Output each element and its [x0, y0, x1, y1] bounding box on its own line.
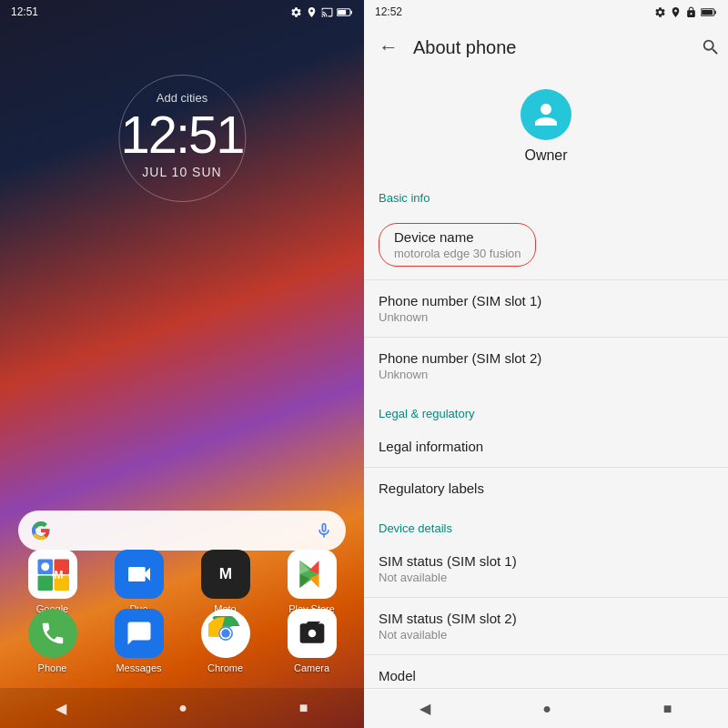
right-status-icons: [654, 6, 717, 18]
playstore-app-icon: [288, 550, 337, 599]
dock-camera[interactable]: Camera: [272, 609, 351, 673]
cast-icon: [321, 6, 333, 18]
svg-rect-16: [714, 10, 716, 14]
owner-label: Owner: [524, 147, 567, 164]
phone-app-icon: [28, 609, 77, 658]
owner-avatar: [521, 89, 571, 140]
battery-icon-right: [701, 6, 717, 18]
camera-app-icon: [288, 609, 337, 658]
left-phone: 12:51 Add cities 12:51 JU: [0, 0, 364, 728]
dock-messages[interactable]: Messages: [99, 609, 178, 673]
device-name-value: motorola edge 30 fusion: [394, 247, 521, 260]
clock-date: JUL 10 SUN: [120, 165, 243, 179]
page-title: About phone: [406, 37, 701, 58]
legal-header: Legal & regulatory: [364, 394, 728, 426]
legal-info-item[interactable]: Legal information: [364, 426, 728, 467]
back-nav-btn-right[interactable]: ◀: [420, 700, 430, 717]
location-icon-right: [670, 6, 682, 18]
owner-section: Owner: [364, 71, 728, 178]
dock-phone[interactable]: Phone: [13, 609, 92, 673]
moto-app-icon: M: [201, 550, 250, 599]
regulatory-labels-title: Regulatory labels: [379, 480, 713, 496]
home-nav-btn-right[interactable]: ●: [542, 701, 551, 717]
svg-text:M: M: [54, 569, 63, 581]
svg-rect-1: [338, 9, 346, 14]
phone-sim1-title: Phone number (SIM slot 1): [379, 293, 713, 308]
google-search-bar[interactable]: [18, 511, 346, 551]
app-google[interactable]: M Google: [13, 550, 92, 614]
sim-status1-title: SIM status (SIM slot 1): [379, 553, 713, 569]
svg-point-13: [221, 629, 230, 638]
sim-status2-value: Not available: [379, 628, 713, 642]
home-nav-btn-left[interactable]: ●: [178, 700, 187, 716]
microphone-icon[interactable]: [315, 521, 333, 540]
svg-rect-2: [350, 10, 352, 14]
svg-text:M: M: [218, 564, 231, 582]
left-time: 12:51: [11, 5, 38, 18]
left-status-icons: [290, 6, 353, 18]
app-duo[interactable]: Duo: [99, 550, 178, 614]
legal-info-title: Legal information: [379, 439, 713, 454]
right-content: Owner Basic info Device name motorola ed…: [364, 71, 728, 688]
right-status-bar: 12:52: [364, 0, 728, 24]
model-item[interactable]: Model: [364, 655, 728, 688]
back-nav-btn-left[interactable]: ◀: [56, 700, 66, 717]
svg-rect-15: [702, 9, 713, 14]
left-nav-bar: ◀ ● ■: [0, 688, 364, 728]
regulatory-labels-item[interactable]: Regulatory labels: [364, 468, 728, 509]
sim-status1-value: Not available: [379, 571, 713, 584]
sim-status1-item[interactable]: SIM status (SIM slot 1) Not available: [364, 541, 728, 597]
recents-nav-btn-right[interactable]: ■: [663, 701, 672, 717]
lock-icon-right: [685, 6, 697, 18]
chrome-app-label: Chrome: [207, 662, 243, 673]
app-moto[interactable]: M Moto: [186, 550, 265, 614]
phone-app-label: Phone: [38, 662, 67, 673]
camera-app-label: Camera: [294, 662, 329, 673]
chrome-app-icon: [201, 609, 250, 658]
google-logo-icon: [31, 521, 51, 541]
phone-sim2-title: Phone number (SIM slot 2): [379, 350, 713, 366]
sim-status2-item[interactable]: SIM status (SIM slot 2) Not available: [364, 598, 728, 654]
messages-app-icon: [115, 609, 164, 658]
clock-widget: Add cities 12:51 JUL 10 SUN: [120, 91, 243, 179]
person-icon: [530, 98, 562, 131]
google-app-icon: M: [28, 550, 77, 599]
phone-sim1-value: Unknown: [379, 310, 713, 324]
device-name-highlighted: Device name motorola edge 30 fusion: [379, 223, 536, 267]
model-title: Model: [379, 668, 713, 683]
sim-status2-title: SIM status (SIM slot 2): [379, 611, 713, 626]
app-row: M Google Duo M Moto: [13, 550, 351, 614]
settings-icon-right: [654, 6, 666, 18]
right-toolbar: ← About phone: [364, 24, 728, 71]
device-name-item[interactable]: Device name motorola edge 30 fusion: [364, 210, 728, 279]
search-icon-toolbar[interactable]: [701, 37, 721, 57]
right-nav-bar: ◀ ● ■: [364, 688, 728, 728]
app-playstore[interactable]: Play Store: [272, 550, 351, 614]
messages-app-label: Messages: [116, 662, 161, 673]
location-icon: [306, 6, 318, 18]
svg-point-7: [41, 562, 49, 571]
recents-nav-btn-left[interactable]: ■: [299, 700, 308, 716]
left-status-bar: 12:51: [0, 0, 364, 24]
right-time: 12:52: [375, 5, 402, 18]
phone-sim2-item[interactable]: Phone number (SIM slot 2) Unknown: [364, 338, 728, 394]
add-cities-label: Add cities: [120, 91, 243, 105]
clock-time: 12:51: [120, 108, 243, 161]
battery-icon-left: [337, 6, 353, 18]
basic-info-header: Basic info: [364, 178, 728, 210]
svg-rect-5: [37, 576, 53, 592]
phone-sim1-item[interactable]: Phone number (SIM slot 1) Unknown: [364, 280, 728, 337]
device-details-header: Device details: [364, 509, 728, 541]
app-dock: Phone Messages Ch: [13, 609, 351, 673]
settings-icon: [290, 6, 302, 18]
device-name-title: Device name: [394, 229, 521, 245]
back-button[interactable]: ←: [371, 28, 406, 66]
phone-sim2-value: Unknown: [379, 368, 713, 381]
duo-app-icon: [115, 550, 164, 599]
right-phone: 12:52 ← About phone: [364, 0, 728, 728]
dock-chrome[interactable]: Chrome: [186, 609, 265, 673]
